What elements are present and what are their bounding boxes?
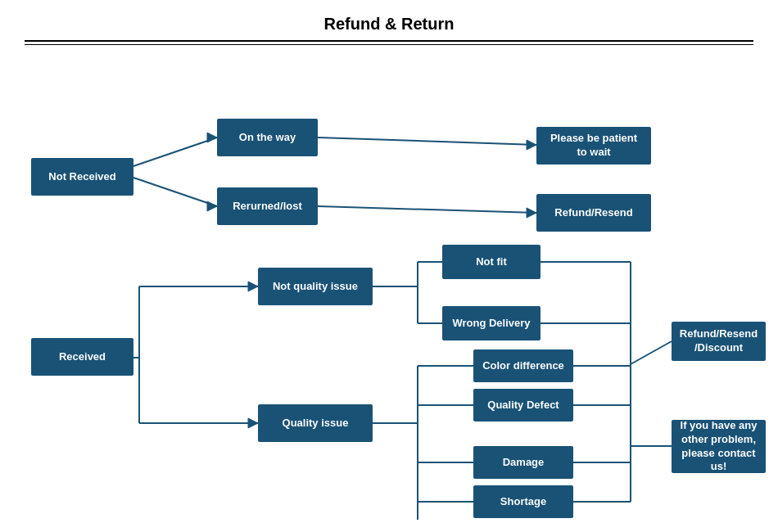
svg-marker-13 (248, 418, 258, 428)
box-contact-us: If you have any other problem, please co… (672, 420, 766, 473)
svg-marker-5 (527, 140, 536, 150)
box-on-the-way: On the way (217, 119, 318, 156)
svg-line-0 (133, 138, 217, 166)
box-not-received: Not Received (31, 158, 133, 196)
box-quality-defect: Quality Defect (473, 389, 573, 422)
connectors-svg (0, 45, 778, 520)
box-quality-issue: Quality issue (258, 404, 373, 442)
box-not-fit: Not fit (442, 245, 541, 279)
box-refund-resend-discount: Refund/Resend /Discount (672, 322, 766, 361)
page-title: Refund & Return (0, 0, 778, 40)
svg-line-2 (133, 178, 217, 206)
svg-line-33 (631, 341, 672, 364)
box-not-quality-issue: Not quality issue (258, 268, 373, 305)
box-shortage: Shortage (473, 485, 573, 518)
box-returned-lost: Rerurned/lost (217, 187, 318, 225)
svg-line-4 (318, 138, 536, 145)
box-please-be-patient: Please be patient to wait (536, 127, 651, 165)
svg-marker-10 (248, 282, 258, 291)
svg-marker-3 (207, 201, 217, 211)
svg-marker-1 (207, 133, 217, 142)
box-wrong-delivery: Wrong Delivery (442, 306, 541, 340)
box-damage: Damage (473, 446, 573, 479)
svg-line-6 (318, 206, 536, 213)
box-received: Received (31, 338, 133, 376)
box-color-difference: Color difference (473, 349, 573, 382)
diagram: Not Received On the way Rerurned/lost Pl… (0, 45, 778, 520)
divider-top (25, 40, 753, 42)
svg-marker-7 (527, 208, 536, 218)
box-refund-resend-top: Refund/Resend (536, 194, 651, 232)
